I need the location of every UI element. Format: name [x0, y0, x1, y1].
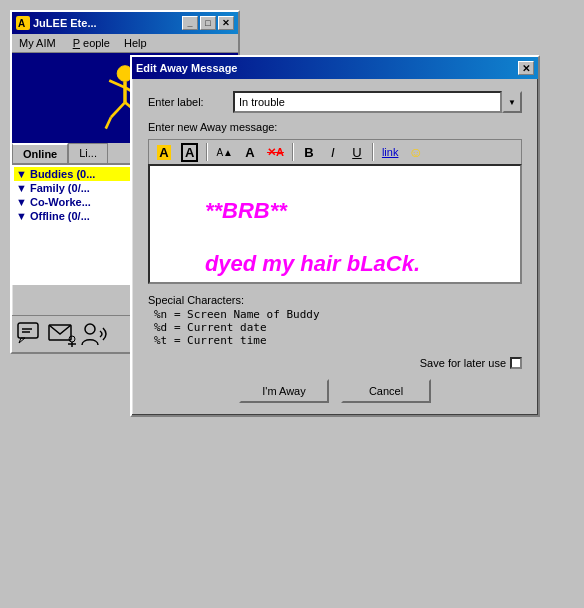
tab-list[interactable]: Li...: [68, 143, 108, 163]
svg-point-18: [85, 324, 95, 334]
aim-menubar: My AIM PPeopleeople Help: [12, 34, 238, 53]
smiley-icon: ☺: [408, 144, 422, 160]
font-color-button[interactable]: A: [153, 142, 175, 162]
special-chars-title: Special Characters:: [148, 294, 522, 306]
message-content: **BRB** dyed my hair bLaCk. Mom got so m…: [156, 172, 514, 284]
im-away-button[interactable]: I'm Away: [239, 379, 329, 403]
font-a-box: A: [181, 143, 198, 162]
smiley-button[interactable]: ☺: [404, 142, 426, 162]
special-char-n: %n = Screen Name of Buddy: [148, 308, 522, 321]
dialog-close-button[interactable]: ✕: [518, 61, 534, 75]
save-later-checkbox[interactable]: [510, 357, 522, 369]
cancel-button[interactable]: Cancel: [341, 379, 431, 403]
special-char-t: %t = Current time: [148, 334, 522, 347]
font-plain-button[interactable]: A: [239, 142, 261, 162]
person-waves-icon: [80, 321, 108, 347]
link-button[interactable]: link: [378, 142, 403, 162]
dialog-title: Edit Away Message: [136, 62, 238, 74]
link-icon: link: [382, 146, 399, 158]
svg-line-7: [106, 117, 111, 128]
message-toolbar: A A A▲ A ✕A B I: [148, 139, 522, 164]
aim-window-title: JuLEE Ete...: [33, 17, 97, 29]
bottom-row: Save for later use: [148, 357, 522, 369]
aim-titlebar: A JuLEE Ete... _ □ ✕: [12, 12, 238, 34]
aim-titlebar-buttons: _ □ ✕: [182, 16, 234, 30]
svg-rect-10: [18, 323, 38, 338]
toolbar-sep-3: [372, 143, 374, 161]
bold-button[interactable]: B: [298, 142, 320, 162]
svg-text:A: A: [18, 18, 25, 29]
menu-people[interactable]: PPeopleeople: [67, 36, 113, 50]
label-select-wrapper: In trouble ▼: [233, 91, 522, 113]
font-size-up-button[interactable]: A▲: [212, 142, 237, 162]
font-size-up-icon: A▲: [216, 147, 233, 158]
email-icon-svg: [48, 321, 76, 347]
underline-icon: U: [352, 145, 361, 160]
special-char-d: %d = Current date: [148, 321, 522, 334]
clear-format-icon: ✕A: [267, 146, 284, 159]
chat-bubble-icon: [17, 321, 43, 347]
save-later-row: Save for later use: [420, 357, 522, 369]
label-field-label: Enter label:: [148, 96, 233, 108]
maximize-button[interactable]: □: [200, 16, 216, 30]
aim-app-icon: A: [16, 16, 30, 30]
svg-point-15: [69, 336, 75, 342]
aim-titlebar-left: A JuLEE Ete...: [16, 16, 97, 30]
toolbar-sep-2: [292, 143, 294, 161]
edit-away-message-dialog: Edit Away Message ✕ Enter label: In trou…: [130, 55, 540, 417]
dialog-titlebar: Edit Away Message ✕: [132, 57, 538, 79]
away-message-label: Enter new Away message:: [148, 121, 522, 133]
italic-button[interactable]: I: [322, 142, 344, 162]
toolbar-sep-1: [206, 143, 208, 161]
select-dropdown-arrow[interactable]: ▼: [502, 91, 522, 113]
underline-button[interactable]: U: [346, 142, 368, 162]
label-row: Enter label: In trouble ▼: [148, 91, 522, 113]
email-icon[interactable]: [48, 320, 76, 348]
clear-format-button[interactable]: ✕A: [263, 142, 288, 162]
menu-help[interactable]: Help: [121, 36, 150, 50]
menu-myaim[interactable]: My AIM: [16, 36, 59, 50]
minimize-button[interactable]: _: [182, 16, 198, 30]
dialog-action-buttons: I'm Away Cancel: [148, 379, 522, 403]
svg-line-6: [111, 102, 125, 117]
save-later-label: Save for later use: [420, 357, 506, 369]
chat-icon[interactable]: [16, 320, 44, 348]
font-bg-button[interactable]: A: [177, 142, 202, 162]
special-chars-section: Special Characters: %n = Screen Name of …: [148, 294, 522, 347]
buddy-icon[interactable]: [80, 320, 108, 348]
italic-icon: I: [331, 145, 335, 160]
close-button[interactable]: ✕: [218, 16, 234, 30]
font-a-plain: A: [245, 145, 254, 160]
svg-line-4: [109, 81, 125, 88]
tab-online[interactable]: Online: [12, 143, 68, 163]
label-select[interactable]: In trouble: [233, 91, 502, 113]
dialog-body: Enter label: In trouble ▼ Enter new Away…: [132, 79, 538, 415]
font-a-yellow: A: [157, 145, 170, 160]
message-text-area[interactable]: **BRB** dyed my hair bLaCk. Mom got so m…: [148, 164, 522, 284]
bold-icon: B: [304, 145, 313, 160]
